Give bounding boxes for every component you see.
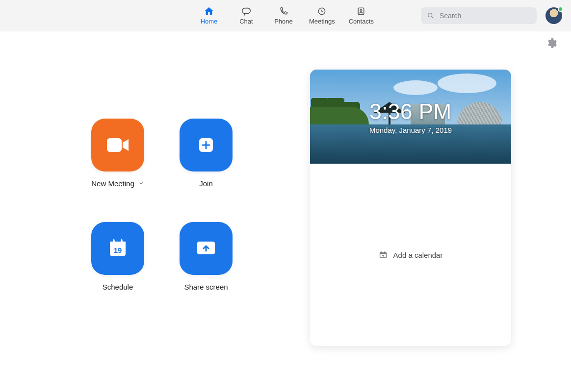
tab-phone[interactable]: Phone bbox=[272, 6, 295, 25]
action-label: Share screen bbox=[184, 283, 228, 291]
action-label: Schedule bbox=[103, 283, 133, 291]
contacts-icon bbox=[356, 6, 366, 17]
clock-hero: 3:36 PM Monday, January 7, 2019 bbox=[310, 70, 511, 164]
add-calendar-label: Add a calendar bbox=[393, 251, 443, 259]
share-screen-button[interactable] bbox=[180, 222, 233, 275]
action-grid-area: New Meeting Join bbox=[29, 70, 250, 346]
chat-icon bbox=[241, 6, 252, 17]
phone-icon bbox=[278, 6, 289, 17]
tab-chat[interactable]: Chat bbox=[234, 6, 258, 25]
search-icon bbox=[427, 12, 435, 20]
action-label: Join bbox=[199, 179, 213, 188]
svg-rect-0 bbox=[242, 8, 251, 14]
tab-home[interactable]: Home bbox=[197, 6, 221, 25]
share-screen-icon bbox=[193, 238, 219, 259]
new-meeting-button[interactable] bbox=[91, 119, 144, 172]
svg-rect-5 bbox=[107, 138, 122, 152]
calendar-day-number: 19 bbox=[114, 246, 122, 254]
svg-point-3 bbox=[361, 10, 363, 12]
tab-meetings[interactable]: Meetings bbox=[309, 6, 335, 25]
calendar-add-icon bbox=[379, 250, 388, 259]
topbar-right: Search bbox=[421, 7, 562, 24]
calendar-panel: 3:36 PM Monday, January 7, 2019 Add a ca… bbox=[310, 70, 511, 346]
plus-icon bbox=[194, 133, 218, 157]
tab-contacts[interactable]: Contacts bbox=[349, 6, 374, 25]
main-area: New Meeting Join bbox=[0, 55, 571, 346]
svg-rect-12 bbox=[121, 239, 123, 242]
chevron-down-icon[interactable] bbox=[138, 179, 144, 188]
gear-icon bbox=[545, 37, 557, 49]
action-join: Join bbox=[162, 119, 250, 188]
nav-tabs: Home Chat Phone Meetings Contacts bbox=[197, 0, 374, 31]
tab-label: Contacts bbox=[349, 18, 374, 25]
clock-time: 3:36 PM bbox=[369, 99, 451, 124]
tab-label: Chat bbox=[239, 18, 253, 25]
settings-button[interactable] bbox=[545, 37, 557, 49]
home-icon bbox=[204, 6, 214, 17]
calendar-icon: 19 bbox=[105, 236, 130, 261]
video-icon bbox=[105, 135, 130, 155]
search-input[interactable]: Search bbox=[421, 7, 537, 24]
action-label: New Meeting bbox=[91, 179, 134, 188]
top-bar: Home Chat Phone Meetings Contacts bbox=[0, 0, 571, 31]
svg-point-4 bbox=[428, 13, 432, 17]
action-schedule: 19 Schedule bbox=[74, 222, 162, 291]
calendar-panel-area: 3:36 PM Monday, January 7, 2019 Add a ca… bbox=[280, 70, 542, 346]
join-button[interactable] bbox=[180, 119, 233, 172]
clock-date: Monday, January 7, 2019 bbox=[369, 126, 452, 134]
action-new-meeting: New Meeting bbox=[74, 119, 162, 188]
search-placeholder: Search bbox=[440, 12, 461, 20]
presence-indicator bbox=[558, 6, 563, 12]
svg-rect-10 bbox=[113, 239, 115, 242]
tab-label: Home bbox=[201, 18, 218, 25]
avatar[interactable] bbox=[545, 7, 562, 24]
svg-rect-8 bbox=[110, 242, 126, 245]
tab-label: Phone bbox=[274, 18, 293, 25]
action-share-screen: Share screen bbox=[162, 222, 250, 291]
clock-icon bbox=[316, 6, 327, 17]
add-calendar-button[interactable]: Add a calendar bbox=[379, 250, 443, 259]
toolbar-row bbox=[0, 31, 571, 55]
schedule-button[interactable]: 19 bbox=[91, 222, 144, 275]
tab-label: Meetings bbox=[309, 18, 335, 25]
